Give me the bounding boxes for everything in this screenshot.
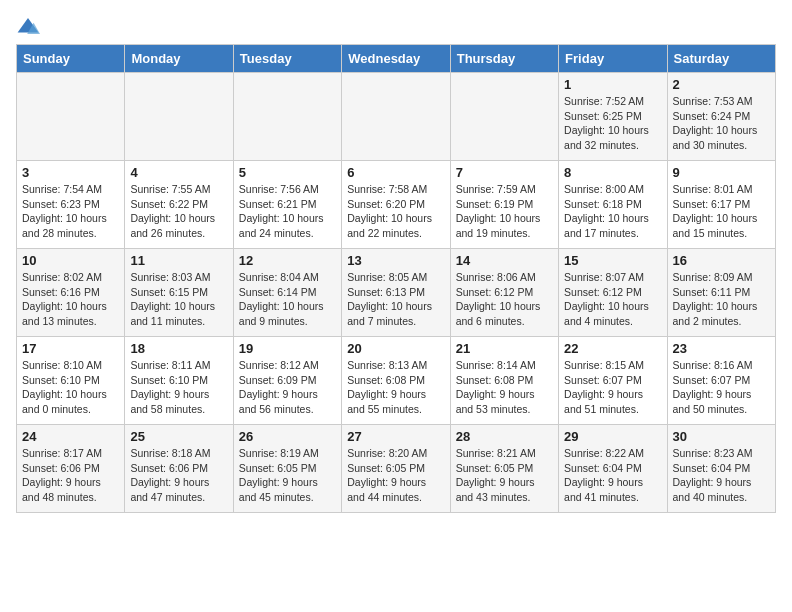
calendar-table: SundayMondayTuesdayWednesdayThursdayFrid…	[16, 44, 776, 513]
day-number: 20	[347, 341, 444, 356]
day-number: 1	[564, 77, 661, 92]
day-info: Sunrise: 8:02 AM Sunset: 6:16 PM Dayligh…	[22, 270, 119, 329]
day-info: Sunrise: 8:06 AM Sunset: 6:12 PM Dayligh…	[456, 270, 553, 329]
weekday-header-tuesday: Tuesday	[233, 45, 341, 73]
day-info: Sunrise: 8:18 AM Sunset: 6:06 PM Dayligh…	[130, 446, 227, 505]
calendar-cell: 22Sunrise: 8:15 AM Sunset: 6:07 PM Dayli…	[559, 337, 667, 425]
day-info: Sunrise: 8:10 AM Sunset: 6:10 PM Dayligh…	[22, 358, 119, 417]
day-number: 5	[239, 165, 336, 180]
weekday-header-friday: Friday	[559, 45, 667, 73]
calendar-cell: 25Sunrise: 8:18 AM Sunset: 6:06 PM Dayli…	[125, 425, 233, 513]
day-number: 3	[22, 165, 119, 180]
day-info: Sunrise: 8:22 AM Sunset: 6:04 PM Dayligh…	[564, 446, 661, 505]
day-info: Sunrise: 8:03 AM Sunset: 6:15 PM Dayligh…	[130, 270, 227, 329]
day-number: 24	[22, 429, 119, 444]
day-info: Sunrise: 8:21 AM Sunset: 6:05 PM Dayligh…	[456, 446, 553, 505]
calendar-cell: 9Sunrise: 8:01 AM Sunset: 6:17 PM Daylig…	[667, 161, 775, 249]
calendar-cell	[450, 73, 558, 161]
day-number: 17	[22, 341, 119, 356]
calendar-cell: 30Sunrise: 8:23 AM Sunset: 6:04 PM Dayli…	[667, 425, 775, 513]
logo-icon	[16, 16, 40, 36]
day-number: 23	[673, 341, 770, 356]
calendar-cell: 15Sunrise: 8:07 AM Sunset: 6:12 PM Dayli…	[559, 249, 667, 337]
day-number: 13	[347, 253, 444, 268]
day-info: Sunrise: 8:12 AM Sunset: 6:09 PM Dayligh…	[239, 358, 336, 417]
calendar-cell: 23Sunrise: 8:16 AM Sunset: 6:07 PM Dayli…	[667, 337, 775, 425]
day-info: Sunrise: 8:17 AM Sunset: 6:06 PM Dayligh…	[22, 446, 119, 505]
weekday-header-thursday: Thursday	[450, 45, 558, 73]
day-number: 15	[564, 253, 661, 268]
day-info: Sunrise: 8:14 AM Sunset: 6:08 PM Dayligh…	[456, 358, 553, 417]
day-number: 19	[239, 341, 336, 356]
day-number: 30	[673, 429, 770, 444]
calendar-cell: 19Sunrise: 8:12 AM Sunset: 6:09 PM Dayli…	[233, 337, 341, 425]
day-number: 2	[673, 77, 770, 92]
weekday-header-sunday: Sunday	[17, 45, 125, 73]
day-number: 22	[564, 341, 661, 356]
calendar-cell: 14Sunrise: 8:06 AM Sunset: 6:12 PM Dayli…	[450, 249, 558, 337]
day-number: 9	[673, 165, 770, 180]
calendar-cell	[17, 73, 125, 161]
calendar-cell: 27Sunrise: 8:20 AM Sunset: 6:05 PM Dayli…	[342, 425, 450, 513]
day-number: 21	[456, 341, 553, 356]
calendar-cell: 6Sunrise: 7:58 AM Sunset: 6:20 PM Daylig…	[342, 161, 450, 249]
calendar-cell: 26Sunrise: 8:19 AM Sunset: 6:05 PM Dayli…	[233, 425, 341, 513]
calendar-cell: 12Sunrise: 8:04 AM Sunset: 6:14 PM Dayli…	[233, 249, 341, 337]
calendar-header: SundayMondayTuesdayWednesdayThursdayFrid…	[17, 45, 776, 73]
day-info: Sunrise: 7:58 AM Sunset: 6:20 PM Dayligh…	[347, 182, 444, 241]
day-info: Sunrise: 7:52 AM Sunset: 6:25 PM Dayligh…	[564, 94, 661, 153]
calendar-cell: 7Sunrise: 7:59 AM Sunset: 6:19 PM Daylig…	[450, 161, 558, 249]
calendar-cell: 16Sunrise: 8:09 AM Sunset: 6:11 PM Dayli…	[667, 249, 775, 337]
day-number: 12	[239, 253, 336, 268]
calendar-cell	[342, 73, 450, 161]
calendar-cell: 11Sunrise: 8:03 AM Sunset: 6:15 PM Dayli…	[125, 249, 233, 337]
calendar-cell	[233, 73, 341, 161]
day-number: 25	[130, 429, 227, 444]
calendar-cell: 3Sunrise: 7:54 AM Sunset: 6:23 PM Daylig…	[17, 161, 125, 249]
day-number: 26	[239, 429, 336, 444]
day-number: 28	[456, 429, 553, 444]
calendar-cell: 5Sunrise: 7:56 AM Sunset: 6:21 PM Daylig…	[233, 161, 341, 249]
calendar-body: 1Sunrise: 7:52 AM Sunset: 6:25 PM Daylig…	[17, 73, 776, 513]
day-number: 7	[456, 165, 553, 180]
calendar-week-2: 3Sunrise: 7:54 AM Sunset: 6:23 PM Daylig…	[17, 161, 776, 249]
day-number: 29	[564, 429, 661, 444]
weekday-header-saturday: Saturday	[667, 45, 775, 73]
day-number: 10	[22, 253, 119, 268]
calendar-week-3: 10Sunrise: 8:02 AM Sunset: 6:16 PM Dayli…	[17, 249, 776, 337]
day-number: 27	[347, 429, 444, 444]
calendar-week-4: 17Sunrise: 8:10 AM Sunset: 6:10 PM Dayli…	[17, 337, 776, 425]
day-info: Sunrise: 7:54 AM Sunset: 6:23 PM Dayligh…	[22, 182, 119, 241]
day-number: 6	[347, 165, 444, 180]
calendar-cell: 10Sunrise: 8:02 AM Sunset: 6:16 PM Dayli…	[17, 249, 125, 337]
day-number: 14	[456, 253, 553, 268]
day-info: Sunrise: 8:16 AM Sunset: 6:07 PM Dayligh…	[673, 358, 770, 417]
day-info: Sunrise: 7:55 AM Sunset: 6:22 PM Dayligh…	[130, 182, 227, 241]
day-info: Sunrise: 8:19 AM Sunset: 6:05 PM Dayligh…	[239, 446, 336, 505]
day-number: 11	[130, 253, 227, 268]
calendar-cell: 4Sunrise: 7:55 AM Sunset: 6:22 PM Daylig…	[125, 161, 233, 249]
calendar-cell: 20Sunrise: 8:13 AM Sunset: 6:08 PM Dayli…	[342, 337, 450, 425]
page-header	[16, 16, 776, 36]
calendar-cell: 2Sunrise: 7:53 AM Sunset: 6:24 PM Daylig…	[667, 73, 775, 161]
calendar-cell: 28Sunrise: 8:21 AM Sunset: 6:05 PM Dayli…	[450, 425, 558, 513]
calendar-cell: 1Sunrise: 7:52 AM Sunset: 6:25 PM Daylig…	[559, 73, 667, 161]
calendar-cell: 21Sunrise: 8:14 AM Sunset: 6:08 PM Dayli…	[450, 337, 558, 425]
calendar-cell: 29Sunrise: 8:22 AM Sunset: 6:04 PM Dayli…	[559, 425, 667, 513]
day-info: Sunrise: 8:04 AM Sunset: 6:14 PM Dayligh…	[239, 270, 336, 329]
logo	[16, 16, 44, 36]
day-info: Sunrise: 8:13 AM Sunset: 6:08 PM Dayligh…	[347, 358, 444, 417]
calendar-cell: 8Sunrise: 8:00 AM Sunset: 6:18 PM Daylig…	[559, 161, 667, 249]
day-info: Sunrise: 7:56 AM Sunset: 6:21 PM Dayligh…	[239, 182, 336, 241]
day-info: Sunrise: 8:11 AM Sunset: 6:10 PM Dayligh…	[130, 358, 227, 417]
day-number: 8	[564, 165, 661, 180]
day-info: Sunrise: 7:59 AM Sunset: 6:19 PM Dayligh…	[456, 182, 553, 241]
day-info: Sunrise: 7:53 AM Sunset: 6:24 PM Dayligh…	[673, 94, 770, 153]
calendar-cell	[125, 73, 233, 161]
day-info: Sunrise: 8:07 AM Sunset: 6:12 PM Dayligh…	[564, 270, 661, 329]
day-info: Sunrise: 8:15 AM Sunset: 6:07 PM Dayligh…	[564, 358, 661, 417]
day-number: 18	[130, 341, 227, 356]
calendar-cell: 13Sunrise: 8:05 AM Sunset: 6:13 PM Dayli…	[342, 249, 450, 337]
day-info: Sunrise: 8:05 AM Sunset: 6:13 PM Dayligh…	[347, 270, 444, 329]
day-number: 16	[673, 253, 770, 268]
